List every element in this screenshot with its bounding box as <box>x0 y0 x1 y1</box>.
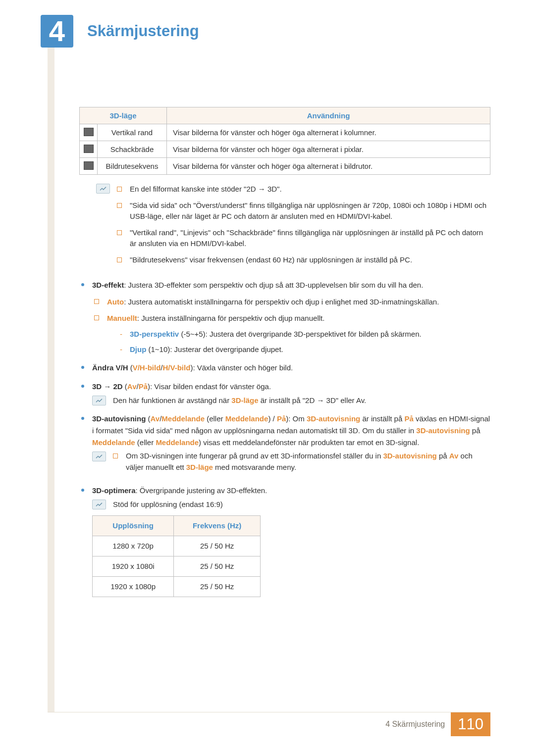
table-row: Bildrutesekvens Visar bilderna för vänst… <box>80 158 490 175</box>
text: (eller <box>135 438 156 447</box>
text: ( <box>146 414 150 423</box>
mode-header: 3D-läge <box>80 107 167 124</box>
res-cell: 1920 x 1080i <box>93 556 174 576</box>
note-item: Om 3D-visningen inte fungerar på grund a… <box>113 451 490 473</box>
text: är inställt på "2D → 3D" eller Av. <box>259 396 367 404</box>
text: (eller <box>205 414 225 423</box>
freq-header: Frekvens (Hz) <box>174 515 261 536</box>
table-row: 1920 x 1080p 25 / 50 Hz <box>93 576 261 597</box>
page-header: 4 Skärmjustering <box>45 0 490 48</box>
mode-icon <box>84 161 94 170</box>
page-number: 110 <box>451 712 490 736</box>
param-label: Djup <box>130 345 146 353</box>
list-item: Ändra V/H (V/H-bild/H/V-bild): Växla vän… <box>79 362 490 374</box>
mode-name: Bildrutesekvens <box>98 158 167 175</box>
usage-header: Användning <box>167 107 490 124</box>
item-label: 3D-effekt <box>92 281 124 289</box>
option-label: På <box>404 414 413 423</box>
option-label: Av <box>127 382 137 391</box>
note-item: "Vertikal rand", "Linjevis" och "Schackb… <box>117 227 490 250</box>
option-label: Meddelande <box>161 414 205 423</box>
res-cell: 1920 x 1080p <box>93 576 174 597</box>
page-footer: 4 Skärmjustering 110 <box>48 712 490 736</box>
note-icon <box>92 396 106 405</box>
text: med motsvarande meny. <box>213 463 296 471</box>
option-label: 3D-läge <box>231 396 258 404</box>
list-item: 3D-effekt: Justera 3D-effekter som persp… <box>79 279 490 355</box>
item-text: : Justera automatiskt inställningarna fö… <box>124 298 439 306</box>
mode-table: 3D-läge Användning Vertikal rand Visar b… <box>79 107 490 175</box>
item-label: Ändra V/H <box>92 363 128 372</box>
item-text: : Övergripande justering av 3D-effekten. <box>136 486 268 495</box>
item-text: : Justera inställningarna för perspektiv… <box>137 314 325 322</box>
note-icon <box>92 500 106 509</box>
option-label: På <box>277 414 286 423</box>
freq-cell: 25 / 50 Hz <box>174 536 261 556</box>
note-icon <box>96 184 110 194</box>
text: ( <box>123 382 127 391</box>
res-header: Upplösning <box>93 515 174 536</box>
option-label: 3D-läge <box>186 463 213 471</box>
option-label: Meddelande <box>92 438 135 447</box>
option-label: H/V-bild <box>163 363 191 372</box>
table-row: Schackbräde Visar bilderna för vänster o… <box>80 141 490 158</box>
option-label: Manuellt <box>107 314 137 322</box>
text: är inställt på <box>360 414 404 423</box>
param-label: 3D-perspektiv <box>130 330 179 338</box>
list-item: 3D-perspektiv (-5~+5): Justera det överg… <box>119 328 490 340</box>
option-label: Av <box>151 414 160 423</box>
table-row: 1280 x 720p 25 / 50 Hz <box>93 536 261 556</box>
list-item: Djup (1~10): Justerar det övergripande d… <box>119 344 490 355</box>
freq-cell: 25 / 50 Hz <box>174 576 261 597</box>
mode-usage: Visar bilderna för vänster och höger öga… <box>167 158 490 175</box>
option-label: 3D-autovisning <box>307 414 360 423</box>
param-range: (-5~+5) <box>179 330 205 338</box>
mode-usage: Visar bilderna för vänster och höger öga… <box>167 141 490 158</box>
note-block: En del filformat kanske inte stöder "2D … <box>96 184 490 270</box>
option-label: 3D-autovisning <box>416 426 470 435</box>
item-text: : Växla vänster och höger bild. <box>193 363 293 372</box>
list-item: 3D-autovisning (Av/Meddelande (eller Med… <box>79 413 490 478</box>
option-label: Meddelande <box>225 414 268 423</box>
text: på <box>437 452 449 460</box>
note-item: En del filformat kanske inte stöder "2D … <box>117 184 490 195</box>
item-text: : Justera 3D-effekter som perspektiv och… <box>124 281 423 289</box>
mode-icon <box>84 145 94 153</box>
page-content: 3D-läge Användning Vertikal rand Visar b… <box>79 107 490 597</box>
text: Den här funktionen är avstängd när <box>113 396 231 404</box>
item-text: : Justerar det övergripande djupet. <box>170 345 283 353</box>
text: på <box>470 426 481 435</box>
text: / <box>270 414 277 423</box>
text: ( <box>128 363 133 372</box>
text: ): Om <box>286 414 307 423</box>
item-label: 3D-autovisning <box>92 414 146 423</box>
mode-icon <box>84 128 94 136</box>
table-row: Vertikal rand Visar bilderna för vänster… <box>80 124 490 141</box>
mode-name: Vertikal rand <box>98 124 167 141</box>
note-text: Stöd för upplösning (endast 16:9) <box>113 499 490 510</box>
note-icon <box>92 452 106 461</box>
mode-name: Schackbräde <box>98 141 167 158</box>
option-label: Auto <box>107 298 124 306</box>
mode-usage: Visar bilderna för vänster och höger öga… <box>167 124 490 141</box>
option-label: Av <box>449 452 459 460</box>
footer-text: 4 Skärmjustering <box>385 720 445 729</box>
option-label: På <box>139 382 148 391</box>
list-item: 3D-optimera: Övergripande justering av 3… <box>79 485 490 597</box>
item-text: : Justera det övergripande 3D-perspektiv… <box>206 330 422 338</box>
param-range: (1~10) <box>146 345 170 353</box>
list-item: 3D → 2D (Av/På): Visar bilden endast för… <box>79 381 490 406</box>
item-label: 3D → 2D <box>92 382 123 391</box>
item-text: : Visar bilden endast för vänster öga. <box>150 382 271 391</box>
list-item: Manuellt: Justera inställningarna för pe… <box>94 312 490 355</box>
resolution-table: Upplösning Frekvens (Hz) 1280 x 720p 25 … <box>92 515 261 597</box>
text: ) visas ett meddelandefönster när produk… <box>199 438 419 447</box>
option-label: V/H-bild <box>133 363 161 372</box>
text: Om 3D-visningen inte fungerar på grund a… <box>126 452 383 460</box>
list-item: Auto: Justera automatiskt inställningarn… <box>94 296 490 307</box>
freq-cell: 25 / 50 Hz <box>174 556 261 576</box>
option-label: 3D-autovisning <box>383 452 436 460</box>
res-cell: 1280 x 720p <box>93 536 174 556</box>
option-label: Meddelande <box>156 438 199 447</box>
note-item: "Sida vid sida" och "Överst/underst" fin… <box>117 200 490 222</box>
